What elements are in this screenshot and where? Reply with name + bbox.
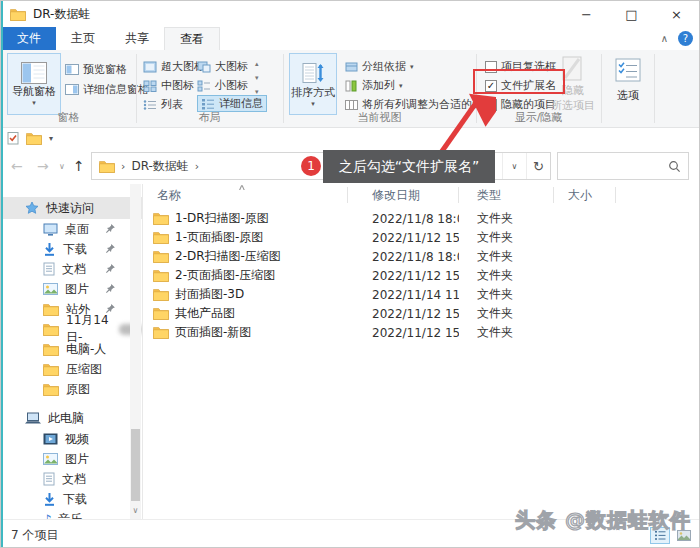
column-headers: 名称 ∧ 修改日期 类型 大小 xyxy=(143,184,699,206)
folder-icon xyxy=(153,269,169,282)
scrollbar-thumb[interactable] xyxy=(131,429,140,501)
folder-icon xyxy=(43,303,59,316)
layout-gallery-scroll[interactable]: ▴▾▾ xyxy=(255,60,259,96)
document-icon xyxy=(43,262,55,276)
navigation-pane-button[interactable]: 导航窗格 ▾ xyxy=(7,53,61,115)
pin-icon xyxy=(105,263,116,274)
column-header-name[interactable]: 名称 ∧ xyxy=(143,187,348,203)
medium-icons-button[interactable]: 中图标 xyxy=(143,78,194,93)
tab-share[interactable]: 共享 xyxy=(110,27,164,50)
sidebar-item-documents[interactable]: 文档 xyxy=(1,469,142,489)
preview-pane-button[interactable]: 预览窗格 xyxy=(65,62,127,77)
add-columns-button[interactable]: 添加列 ▾ xyxy=(345,78,403,93)
tab-home[interactable]: 主页 xyxy=(56,27,110,50)
folder-icon xyxy=(153,307,169,320)
folder-icon xyxy=(43,323,59,336)
folder-icon xyxy=(153,212,169,225)
sidebar-scrollbar[interactable]: ∨ xyxy=(130,184,141,519)
chevron-down-icon: ▾ xyxy=(32,99,36,107)
ribbon-tab-bar: 文件 主页 共享 查看 ∧ ? xyxy=(1,27,699,50)
file-row[interactable]: 封面插图-3D 2022/11/14 11:47 文件夹 xyxy=(143,285,699,304)
sort-by-button[interactable]: 排序方式 ▾ xyxy=(289,53,337,115)
options-icon xyxy=(615,57,641,83)
annotation-tooltip: 之后勾选“文件扩展名” xyxy=(323,150,495,183)
large-icons-icon xyxy=(197,61,211,73)
scrollbar-down-arrow[interactable]: ∨ xyxy=(130,506,141,515)
sidebar-item-videos[interactable]: 视频 xyxy=(1,429,142,449)
folder-icon xyxy=(153,288,169,301)
chevron-down-icon: ▾ xyxy=(311,100,315,108)
sidebar-item-music[interactable]: ♪ 音乐 xyxy=(1,509,142,519)
folder-icon xyxy=(43,343,59,356)
file-row[interactable]: 2-页面插图-压缩图 2022/11/12 15:20 文件夹 xyxy=(143,266,699,285)
pin-icon xyxy=(105,243,116,254)
window-controls: − □ × xyxy=(564,1,699,27)
sidebar-item-downloads[interactable]: 下载 xyxy=(1,239,142,259)
options-button[interactable]: 选项 xyxy=(607,57,649,103)
recent-locations-dropdown[interactable]: ∨ xyxy=(59,148,65,184)
file-row[interactable]: 2-DR扫描图-压缩图 2022/11/8 18:04 文件夹 xyxy=(143,247,699,266)
file-date: 2022/11/12 15:27 xyxy=(348,231,459,245)
collapse-ribbon-button[interactable]: ∧ xyxy=(661,33,668,44)
maximize-button[interactable]: □ xyxy=(609,1,654,27)
file-row[interactable]: 页面插图-新图 2022/11/12 15:22 文件夹 xyxy=(143,323,699,342)
size-columns-icon xyxy=(345,99,358,111)
help-button[interactable]: ? xyxy=(678,31,693,46)
refresh-button[interactable]: ↻ xyxy=(526,153,550,179)
close-button[interactable]: × xyxy=(654,1,699,27)
sidebar-item-downloads[interactable]: 下载 xyxy=(1,489,142,509)
file-date: 2022/11/8 18:04 xyxy=(348,250,459,264)
sidebar-item-pictures[interactable]: 图片 xyxy=(1,279,142,299)
file-row[interactable]: 1-DR扫描图-原图 2022/11/8 18:02 文件夹 xyxy=(143,209,699,228)
sidebar-item-this-pc[interactable]: 此电脑 xyxy=(1,407,142,429)
folder-icon xyxy=(153,231,169,244)
items-count: 7 个项目 xyxy=(11,527,58,544)
file-row[interactable]: 1-页面插图-原图 2022/11/12 15:27 文件夹 xyxy=(143,228,699,247)
app-folder-icon xyxy=(10,8,26,21)
pin-icon xyxy=(105,223,116,234)
window-left-accent-border xyxy=(1,1,3,547)
up-button[interactable]: ↑ xyxy=(73,148,85,184)
sidebar-item-folder[interactable]: 原图 xyxy=(1,379,142,399)
qat-folder-icon[interactable] xyxy=(26,132,42,145)
file-type: 文件夹 xyxy=(459,267,554,284)
forward-button[interactable]: → xyxy=(37,148,49,184)
breadcrumb-folder-name[interactable]: DR-数据蛙 xyxy=(131,158,188,175)
sidebar-item-pictures[interactable]: 图片 xyxy=(1,449,142,469)
extra-large-icons-icon xyxy=(143,61,157,73)
download-icon xyxy=(43,492,56,506)
extra-large-icons-button[interactable]: 超大图标 xyxy=(143,59,205,74)
sidebar-item-folder[interactable]: 11月14日- xyxy=(1,319,142,339)
file-type: 文件夹 xyxy=(459,286,554,303)
file-row[interactable]: 其他产品图 2022/11/12 15:31 文件夹 xyxy=(143,304,699,323)
explorer-window: DR-数据蛙 − □ × 文件 主页 共享 查看 ∧ ? 导航窗格 ▾ 预览窗格 xyxy=(0,0,700,548)
folder-icon xyxy=(153,250,169,263)
search-input[interactable] xyxy=(562,155,662,177)
address-dropdown-button[interactable]: ∨ xyxy=(502,153,526,179)
minimize-button[interactable]: − xyxy=(564,1,609,27)
large-icons-button[interactable]: 大图标 xyxy=(197,59,248,74)
small-icons-button[interactable]: 小图标 xyxy=(197,78,248,93)
sidebar-item-folder[interactable]: 电脑-人 xyxy=(1,339,142,359)
tab-file[interactable]: 文件 xyxy=(2,27,56,50)
pictures-icon xyxy=(43,453,58,465)
videos-icon xyxy=(43,433,58,445)
back-button[interactable]: ← xyxy=(11,148,23,184)
sidebar-item-quick-access[interactable]: 快速访问 xyxy=(1,197,142,219)
qat-dropdown-icon[interactable]: ▾ xyxy=(49,134,53,143)
file-type: 文件夹 xyxy=(459,210,554,227)
medium-icons-icon xyxy=(143,80,157,92)
sidebar-item-folder[interactable]: 压缩图 xyxy=(1,359,142,379)
group-label-panes: 窗格 xyxy=(1,110,136,125)
sidebar-item-documents[interactable]: 文档 xyxy=(1,259,142,279)
column-header-size[interactable]: 大小 xyxy=(554,187,616,203)
tab-view[interactable]: 查看 xyxy=(164,27,220,50)
sidebar-item-desktop[interactable]: 桌面 xyxy=(1,219,142,239)
column-header-date[interactable]: 修改日期 xyxy=(348,187,459,203)
qat-checkmark-icon[interactable] xyxy=(7,131,19,145)
ribbon: 导航窗格 ▾ 预览窗格 详细信息窗格 窗格 超大图标 大图标 中图标 小图标 xyxy=(1,50,699,128)
search-icon[interactable] xyxy=(668,160,681,173)
group-by-button[interactable]: 分组依据 ▾ xyxy=(345,59,414,74)
column-header-type[interactable]: 类型 xyxy=(459,187,554,203)
folder-icon xyxy=(43,383,59,396)
